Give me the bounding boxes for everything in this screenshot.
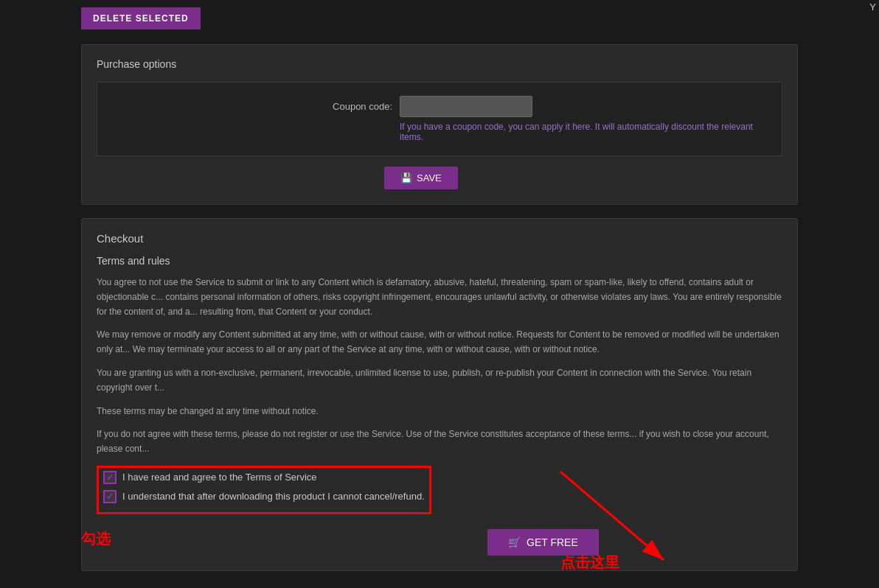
- checkmark-1: ✓: [106, 472, 114, 483]
- purchase-options-title: Purchase options: [97, 58, 782, 70]
- terms-p5: If you do not agree with these terms, pl…: [97, 427, 782, 457]
- save-icon: 💾: [400, 172, 412, 183]
- terms-p4: These terms may be changed at any time w…: [97, 405, 782, 419]
- top-right-hint: Y: [869, 1, 876, 13]
- get-free-label: GET FREE: [527, 536, 578, 548]
- terms-p2: We may remove or modify any Content subm…: [97, 328, 782, 357]
- save-label: SAVE: [417, 172, 442, 183]
- terms-p3: You are granting us with a non-exclusive…: [97, 366, 782, 396]
- coupon-input[interactable]: [400, 96, 532, 117]
- annotation-gouxuan: 勾选: [81, 529, 111, 549]
- checkbox-row-1: ✓ I have read and agree to the Terms of …: [103, 471, 425, 484]
- coupon-area: Coupon code: If you have a coupon code, …: [97, 82, 782, 156]
- save-button[interactable]: 💾 SAVE: [384, 167, 458, 189]
- save-btn-row: 💾 SAVE: [97, 167, 782, 189]
- checkout-section: Checkout Terms and rules You agree to no…: [81, 218, 798, 571]
- checkboxes-group: ✓ I have read and agree to the Terms of …: [97, 466, 431, 514]
- coupon-right-cell: If you have a coupon code, you can apply…: [400, 96, 767, 142]
- terms-title: Terms and rules: [97, 255, 782, 267]
- checkbox-2-label: I understand that after downloading this…: [122, 491, 425, 502]
- get-free-button[interactable]: 🛒 GET FREE: [487, 529, 599, 556]
- checkout-title: Checkout: [97, 232, 782, 245]
- cart-icon: 🛒: [508, 536, 521, 548]
- checkbox-row-2: ✓ I understand that after downloading th…: [103, 490, 425, 503]
- get-free-row: 🛒 GET FREE: [97, 529, 782, 556]
- purchase-options-section: Purchase options Coupon code: If you hav…: [81, 44, 798, 205]
- checkbox-2[interactable]: ✓: [103, 490, 117, 503]
- checkbox-1[interactable]: ✓: [103, 471, 117, 484]
- delete-selected-button[interactable]: DELETE SELECTED: [81, 7, 201, 29]
- annotation-dianjizheli: 点击这里: [560, 553, 619, 573]
- delete-btn-row: DELETE SELECTED: [81, 7, 798, 29]
- checkmark-2: ✓: [106, 491, 114, 502]
- coupon-hint: If you have a coupon code, you can apply…: [400, 122, 767, 142]
- coupon-label: Coupon code:: [112, 96, 400, 112]
- terms-p1: You agree to not use the Service to subm…: [97, 276, 782, 319]
- checkbox-1-label: I have read and agree to the Terms of Se…: [122, 472, 317, 483]
